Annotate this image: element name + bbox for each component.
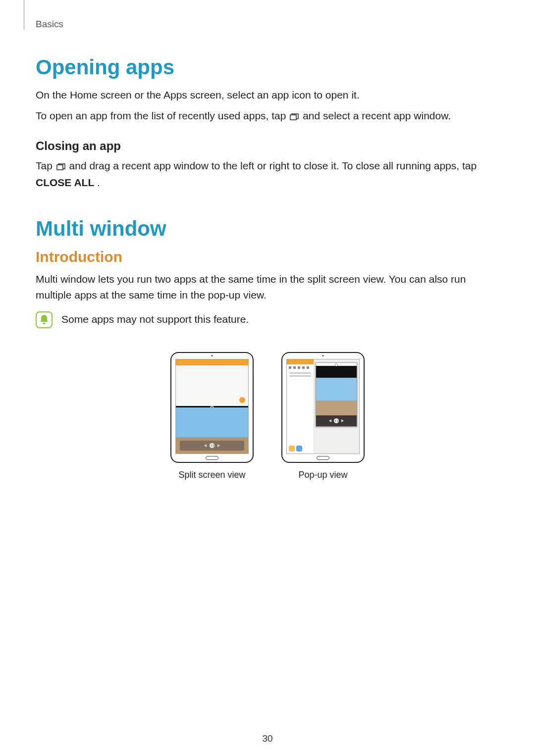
heading-introduction: Introduction bbox=[36, 249, 499, 265]
heading-multi-window: Multi window bbox=[36, 217, 499, 241]
split-top-app bbox=[176, 359, 248, 407]
popup-sidebar bbox=[287, 359, 314, 454]
app-dock bbox=[289, 446, 302, 452]
video-controls bbox=[316, 415, 357, 426]
paragraph-closing-app: Tap and drag a recent app window to the … bbox=[36, 158, 499, 190]
toolbar-icon bbox=[293, 366, 296, 369]
list-line bbox=[289, 372, 311, 374]
close-all-label: CLOSE ALL bbox=[36, 177, 94, 188]
note-callout: Some apps may not support this feature. bbox=[36, 311, 499, 330]
tablet-camera-icon bbox=[322, 355, 324, 356]
popup-background bbox=[287, 359, 359, 454]
prev-icon bbox=[329, 419, 331, 422]
pause-icon bbox=[210, 443, 214, 448]
toolbar-icon bbox=[307, 366, 309, 369]
list-line bbox=[289, 375, 311, 377]
tablet-frame bbox=[170, 352, 254, 463]
toolbar-icon bbox=[302, 366, 305, 369]
paragraph-open-app: On the Home screen or the Apps screen, s… bbox=[36, 87, 499, 103]
popup-window bbox=[316, 362, 357, 427]
pause-icon bbox=[334, 418, 339, 423]
home-button-icon bbox=[206, 456, 218, 460]
popup-handle-icon bbox=[316, 363, 357, 366]
toolbar-icon bbox=[289, 366, 291, 369]
toolbar-icon bbox=[298, 366, 300, 369]
app-bar bbox=[287, 359, 314, 364]
text-fragment: Tap bbox=[36, 160, 55, 171]
device-illustrations: Split screen view bbox=[36, 352, 499, 480]
text-fragment: To open an app from the list of recently… bbox=[36, 110, 289, 121]
app-bar bbox=[176, 359, 248, 365]
device-popup-view: Pop-up view bbox=[281, 352, 365, 480]
text-fragment: . bbox=[97, 177, 100, 188]
text-fragment: and select a recent app window. bbox=[303, 110, 451, 121]
recent-apps-icon bbox=[290, 109, 299, 125]
video-controls bbox=[180, 441, 244, 451]
next-icon bbox=[217, 444, 220, 447]
bell-icon bbox=[36, 311, 53, 330]
caption-split-screen: Split screen view bbox=[178, 470, 245, 480]
tablet-screen bbox=[286, 359, 360, 454]
heading-closing-app: Closing an app bbox=[36, 139, 499, 153]
paragraph-multi-window-intro: Multi window lets you run two apps at th… bbox=[36, 271, 499, 302]
heading-opening-apps: Opening apps bbox=[36, 55, 499, 79]
toolbar-icons bbox=[287, 364, 314, 371]
tablet-camera-icon bbox=[212, 355, 213, 356]
dock-app-icon bbox=[296, 446, 302, 452]
fab-icon bbox=[239, 397, 245, 403]
dock-app-icon bbox=[289, 446, 295, 452]
device-split-screen: Split screen view bbox=[170, 352, 254, 480]
tablet-screen bbox=[175, 359, 249, 454]
recent-apps-icon bbox=[56, 159, 65, 175]
svg-rect-1 bbox=[57, 165, 63, 170]
paragraph-recent-apps: To open an app from the list of recently… bbox=[36, 108, 499, 125]
text-fragment: and drag a recent app window to the left… bbox=[69, 160, 477, 171]
next-icon bbox=[341, 419, 344, 422]
page-number: 30 bbox=[262, 733, 272, 744]
video-letterbox bbox=[316, 366, 357, 378]
note-text: Some apps may not support this feature. bbox=[61, 311, 249, 325]
tablet-frame bbox=[281, 352, 365, 463]
breadcrumb: Basics bbox=[36, 19, 499, 30]
prev-icon bbox=[204, 444, 207, 447]
page-content: Basics Opening apps On the Home screen o… bbox=[0, 0, 535, 500]
page-left-rule bbox=[24, 0, 24, 30]
svg-rect-0 bbox=[290, 115, 296, 120]
video-frame bbox=[316, 378, 357, 415]
split-bottom-app bbox=[176, 407, 248, 454]
caption-popup-view: Pop-up view bbox=[298, 470, 347, 480]
home-button-icon bbox=[317, 456, 329, 460]
